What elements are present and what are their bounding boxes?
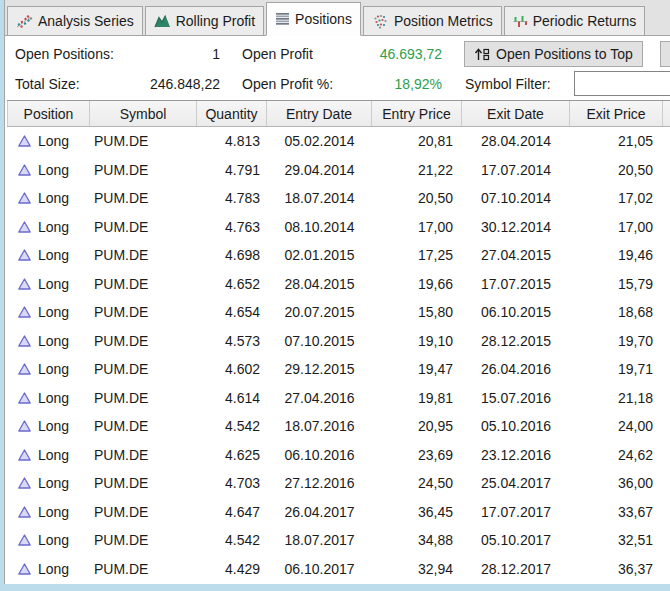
scatter-icon xyxy=(372,14,389,29)
table-row[interactable]: LongPUM.DE4.65228.04.201519,6617.07.2015… xyxy=(7,270,670,299)
table-row[interactable]: LongPUM.DE4.60229.12.201519,4726.04.2016… xyxy=(7,355,670,384)
table-row[interactable]: LongPUM.DE4.81305.02.201420,8128.04.2014… xyxy=(7,127,670,156)
table-row[interactable]: LongPUM.DE4.69802.01.201517,2527.04.2015… xyxy=(7,241,670,270)
exit-price-cell: 24,62 xyxy=(570,441,663,470)
position-cell: Long xyxy=(7,355,90,384)
table-row[interactable]: LongPUM.DE4.62506.10.201623,6923.12.2016… xyxy=(7,441,670,470)
symbol-cell: PUM.DE xyxy=(90,127,197,156)
column-header-exit-price[interactable]: Exit Price xyxy=(570,101,663,126)
long-triangle-icon xyxy=(18,249,31,261)
entry-date-cell: 27.12.2016 xyxy=(267,469,372,498)
position-cell: Long xyxy=(7,184,90,213)
column-header-symbol[interactable]: Symbol xyxy=(90,101,197,126)
position-label: Long xyxy=(38,276,69,292)
area-chart-icon xyxy=(154,14,171,28)
long-triangle-icon xyxy=(18,563,31,575)
position-cell: Long xyxy=(7,156,90,185)
position-label: Long xyxy=(38,504,69,520)
tab-rolling-profit[interactable]: Rolling Profit xyxy=(145,6,264,35)
long-triangle-icon xyxy=(18,164,31,176)
exit-price-cell: 19,71 xyxy=(570,355,663,384)
symbol-cell: PUM.DE xyxy=(90,526,197,555)
symbol-cell: PUM.DE xyxy=(90,441,197,470)
quantity-cell: 4.652 xyxy=(197,270,267,299)
tab-positions[interactable]: Positions xyxy=(266,2,361,36)
tab-label: Positions xyxy=(295,11,352,27)
long-triangle-icon xyxy=(18,306,31,318)
entry-date-cell: 02.01.2015 xyxy=(267,241,372,270)
symbol-cell: PUM.DE xyxy=(90,384,197,413)
position-label: Long xyxy=(38,219,69,235)
long-triangle-icon xyxy=(18,192,31,204)
tab-label: Periodic Returns xyxy=(533,13,637,29)
entry-price-cell: 19,81 xyxy=(372,384,462,413)
entry-date-cell: 29.12.2015 xyxy=(267,355,372,384)
entry-price-cell: 20,50 xyxy=(372,184,462,213)
entry-date-cell: 06.10.2016 xyxy=(267,441,372,470)
exit-date-cell: 28.12.2017 xyxy=(462,555,570,584)
long-triangle-icon xyxy=(18,534,31,546)
column-header-position[interactable]: Position xyxy=(7,101,90,126)
tab-analysis-series[interactable]: Analysis Series xyxy=(7,6,143,35)
exit-price-cell: 21,18 xyxy=(570,384,663,413)
column-header-exit-date[interactable]: Exit Date xyxy=(462,101,570,126)
entry-price-cell: 15,80 xyxy=(372,298,462,327)
table-row[interactable]: LongPUM.DE4.64726.04.201736,4517.07.2017… xyxy=(7,498,670,527)
table-row[interactable]: LongPUM.DE4.54218.07.201620,9505.10.2016… xyxy=(7,412,670,441)
table-row[interactable]: LongPUM.DE4.57307.10.201519,1028.12.2015… xyxy=(7,327,670,356)
entry-price-cell: 36,45 xyxy=(372,498,462,527)
exit-price-cell: 36,37 xyxy=(570,555,663,584)
symbol-cell: PUM.DE xyxy=(90,298,197,327)
column-header-entry-date[interactable]: Entry Date xyxy=(267,101,372,126)
exit-date-cell: 05.10.2017 xyxy=(462,526,570,555)
table-row[interactable]: LongPUM.DE4.65420.07.201515,8006.10.2015… xyxy=(7,298,670,327)
entry-date-cell: 07.10.2015 xyxy=(267,327,372,356)
symbol-filter-input[interactable] xyxy=(574,71,670,96)
exit-price-cell: 32,51 xyxy=(570,526,663,555)
exit-price-cell: 19,46 xyxy=(570,241,663,270)
entry-date-cell: 28.04.2015 xyxy=(267,270,372,299)
table-row[interactable]: LongPUM.DE4.78318.07.201420,5007.10.2014… xyxy=(7,184,670,213)
quantity-cell: 4.698 xyxy=(197,241,267,270)
tab-position-metrics[interactable]: Position Metrics xyxy=(363,6,502,35)
long-triangle-icon xyxy=(18,420,31,432)
quantity-cell: 4.654 xyxy=(197,298,267,327)
position-label: Long xyxy=(38,447,69,463)
positions-table: Position Symbol Quantity Entry Date Entr… xyxy=(7,100,670,584)
quantity-cell: 4.573 xyxy=(197,327,267,356)
total-size-label: Total Size: xyxy=(15,76,80,92)
entry-price-cell: 17,00 xyxy=(372,213,462,242)
position-cell: Long xyxy=(7,469,90,498)
position-label: Long xyxy=(38,361,69,377)
bar-chart-icon xyxy=(513,14,528,29)
quantity-cell: 4.763 xyxy=(197,213,267,242)
exit-price-cell: 21,05 xyxy=(570,127,663,156)
entry-date-cell: 29.04.2014 xyxy=(267,156,372,185)
symbol-cell: PUM.DE xyxy=(90,241,197,270)
table-row[interactable]: LongPUM.DE4.42906.10.201732,9428.12.2017… xyxy=(7,555,670,584)
long-triangle-icon xyxy=(18,221,31,233)
column-header-filler xyxy=(663,101,670,126)
table-row[interactable]: LongPUM.DE4.54218.07.201734,8805.10.2017… xyxy=(7,526,670,555)
long-triangle-icon xyxy=(18,278,31,290)
lock-button[interactable] xyxy=(660,41,670,67)
table-row[interactable]: LongPUM.DE4.61427.04.201619,8115.07.2016… xyxy=(7,384,670,413)
symbol-cell: PUM.DE xyxy=(90,412,197,441)
quantity-cell: 4.647 xyxy=(197,498,267,527)
scatter-icon xyxy=(16,14,33,29)
long-triangle-icon xyxy=(18,506,31,518)
tab-periodic-returns[interactable]: Periodic Returns xyxy=(504,6,646,35)
quantity-cell: 4.703 xyxy=(197,469,267,498)
position-cell: Long xyxy=(7,241,90,270)
long-triangle-icon xyxy=(18,477,31,489)
panel-content: Analysis Series Rolling Profit Positions xyxy=(4,0,670,584)
column-header-entry-price[interactable]: Entry Price xyxy=(372,101,462,126)
column-header-quantity[interactable]: Quantity xyxy=(197,101,267,126)
entry-price-cell: 20,95 xyxy=(372,412,462,441)
table-row[interactable]: LongPUM.DE4.79129.04.201421,2217.07.2014… xyxy=(7,156,670,185)
entry-price-cell: 19,47 xyxy=(372,355,462,384)
table-row[interactable]: LongPUM.DE4.70327.12.201624,5025.04.2017… xyxy=(7,469,670,498)
entry-date-cell: 06.10.2017 xyxy=(267,555,372,584)
table-row[interactable]: LongPUM.DE4.76308.10.201417,0030.12.2014… xyxy=(7,213,670,242)
open-positions-to-top-button[interactable]: Open Positions to Top xyxy=(464,41,643,67)
